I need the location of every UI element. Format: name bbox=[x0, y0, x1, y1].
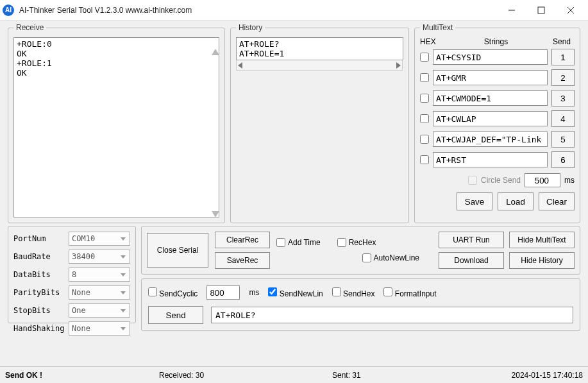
multitext-row-hex-checkbox[interactable] bbox=[420, 114, 429, 123]
receive-group: Receive bbox=[8, 23, 225, 223]
auto-newline-checkbox[interactable]: AutoNewLine bbox=[362, 253, 419, 262]
multitext-row-hex-checkbox[interactable] bbox=[420, 155, 429, 164]
status-bar: Send OK ! Received: 30 Sent: 31 2024-01-… bbox=[0, 366, 588, 383]
multitext-header-strings: Strings bbox=[443, 37, 549, 46]
multitext-row-hex-checkbox[interactable] bbox=[420, 94, 429, 103]
parity-combo[interactable]: None bbox=[69, 285, 130, 300]
hand-combo[interactable]: None bbox=[69, 321, 130, 336]
history-hscroll[interactable] bbox=[236, 60, 403, 71]
send-input[interactable] bbox=[211, 307, 573, 323]
multitext-row-cmd[interactable] bbox=[433, 70, 548, 85]
multitext-row-cmd[interactable] bbox=[433, 132, 548, 147]
scroll-down-icon[interactable] bbox=[212, 211, 219, 217]
portnum-combo[interactable]: COM10 bbox=[69, 232, 130, 246]
hand-label: HandShaking bbox=[13, 324, 65, 333]
multitext-legend: MultiText bbox=[420, 23, 455, 32]
status-timestamp: 2024-01-15 17:40:18 bbox=[512, 371, 583, 380]
send-group: SendCyclic ms SendNewLin SendHex FormatI… bbox=[141, 278, 580, 331]
serial-settings-group: PortNumCOM10 BaudRate38400 DataBits8 Par… bbox=[8, 226, 136, 323]
send-cyclic-value[interactable] bbox=[206, 285, 240, 300]
multitext-row-hex-checkbox[interactable] bbox=[420, 135, 429, 144]
multitext-row-cmd[interactable] bbox=[433, 49, 548, 65]
multitext-row: 3 bbox=[420, 90, 575, 106]
multitext-row-send-button[interactable]: 3 bbox=[551, 90, 575, 106]
multitext-row-cmd[interactable] bbox=[433, 111, 548, 126]
multitext-row: 6 bbox=[420, 151, 575, 168]
svg-rect-1 bbox=[538, 7, 544, 13]
history-legend: History bbox=[236, 23, 265, 32]
multitext-row-send-button[interactable]: 6 bbox=[551, 151, 575, 168]
close-button[interactable] bbox=[556, 1, 585, 20]
send-newline-checkbox[interactable]: SendNewLin bbox=[268, 287, 323, 298]
stop-label: StopBits bbox=[13, 306, 65, 315]
baud-combo[interactable]: 38400 bbox=[69, 250, 130, 264]
multitext-header-send: Send bbox=[549, 37, 575, 46]
status-sent: Sent: 31 bbox=[332, 371, 512, 380]
stop-combo[interactable]: One bbox=[69, 303, 130, 318]
rec-hex-checkbox[interactable]: RecHex bbox=[337, 238, 376, 247]
hide-multitext-button[interactable]: Hide MultiText bbox=[509, 232, 575, 248]
scroll-right-icon[interactable] bbox=[396, 62, 401, 69]
databits-combo[interactable]: 8 bbox=[69, 268, 130, 282]
download-button[interactable]: Download bbox=[439, 252, 504, 269]
multitext-save-button[interactable]: Save bbox=[457, 192, 492, 210]
multitext-row: 1 bbox=[420, 49, 575, 65]
clear-rec-button[interactable]: ClearRec bbox=[215, 232, 270, 248]
multitext-row-send-button[interactable]: 2 bbox=[551, 69, 575, 86]
scroll-left-icon[interactable] bbox=[238, 62, 242, 69]
portnum-label: PortNum bbox=[13, 234, 65, 243]
multitext-row: 4 bbox=[420, 110, 575, 127]
circle-send-label: Circle Send bbox=[481, 176, 521, 185]
save-rec-button[interactable]: SaveRec bbox=[215, 252, 270, 269]
multitext-header-hex: HEX bbox=[420, 37, 443, 46]
multitext-row: 2 bbox=[420, 69, 575, 86]
format-input-checkbox[interactable]: FormatInput bbox=[383, 287, 436, 298]
status-message: Send OK ! bbox=[5, 371, 159, 380]
circle-send-ms-label: ms bbox=[564, 176, 575, 185]
multitext-load-button[interactable]: Load bbox=[498, 192, 533, 210]
multitext-row-cmd[interactable] bbox=[433, 90, 548, 106]
multitext-row-cmd[interactable] bbox=[433, 152, 548, 167]
multitext-row-send-button[interactable]: 4 bbox=[551, 110, 575, 127]
receive-textarea[interactable] bbox=[13, 37, 219, 217]
multitext-row-hex-checkbox[interactable] bbox=[420, 73, 429, 82]
add-time-checkbox[interactable]: Add Time bbox=[276, 238, 321, 247]
multitext-row: 5 bbox=[420, 131, 575, 148]
minimize-button[interactable] bbox=[497, 1, 526, 20]
send-cyclic-checkbox[interactable]: SendCyclic bbox=[148, 287, 197, 298]
scroll-up-icon[interactable] bbox=[212, 49, 219, 55]
history-textarea[interactable] bbox=[236, 37, 403, 60]
multitext-clear-button[interactable]: Clear bbox=[539, 192, 575, 210]
hide-history-button[interactable]: Hide History bbox=[509, 252, 575, 269]
multitext-row-hex-checkbox[interactable] bbox=[420, 53, 429, 62]
close-serial-button[interactable]: Close Serial bbox=[147, 233, 208, 268]
titlebar: AI AI-Thinker Serial Tool V1.2.3.0 www.a… bbox=[0, 0, 588, 21]
circle-send-value[interactable] bbox=[525, 173, 560, 187]
maximize-button[interactable] bbox=[526, 1, 556, 20]
app-logo-icon: AI bbox=[3, 4, 14, 16]
control-group: Close Serial ClearRec SaveRec Add Time R… bbox=[141, 226, 580, 275]
uart-run-button[interactable]: UART Run bbox=[439, 232, 504, 248]
circle-send-checkbox[interactable] bbox=[468, 176, 477, 185]
status-received: Received: 30 bbox=[159, 371, 332, 380]
send-button[interactable]: Send bbox=[148, 306, 203, 324]
parity-label: ParityBits bbox=[13, 288, 65, 297]
send-hex-checkbox[interactable]: SendHex bbox=[332, 287, 375, 298]
baud-label: BaudRate bbox=[13, 252, 65, 261]
multitext-row-send-button[interactable]: 5 bbox=[551, 131, 575, 148]
databits-label: DataBits bbox=[13, 270, 65, 279]
multitext-group: MultiText HEX Strings Send 123456 Circle… bbox=[414, 23, 580, 223]
window-title: AI-Thinker Serial Tool V1.2.3.0 www.ai-t… bbox=[19, 6, 497, 15]
multitext-row-send-button[interactable]: 1 bbox=[551, 49, 575, 65]
send-ms-label: ms bbox=[249, 288, 259, 297]
receive-legend: Receive bbox=[13, 23, 46, 32]
history-group: History bbox=[230, 23, 409, 223]
